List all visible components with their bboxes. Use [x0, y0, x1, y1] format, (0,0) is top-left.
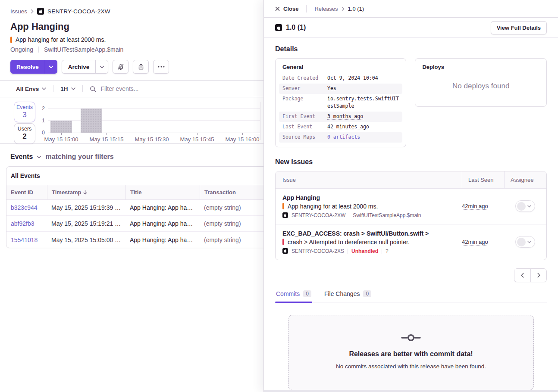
column-issue: Issue: [276, 171, 462, 188]
assignee-dropdown[interactable]: [515, 236, 535, 248]
events-stat-card[interactable]: Events 3: [14, 102, 35, 122]
releases-breadcrumb-link[interactable]: Releases: [314, 6, 338, 12]
question-tag: ?: [386, 248, 389, 254]
column-assignee: Assignee: [504, 171, 546, 188]
events-heading-suffix: matching your filters: [45, 153, 113, 161]
divider: [82, 85, 83, 92]
ellipsis-icon: [158, 66, 165, 68]
share-button[interactable]: [133, 60, 149, 74]
breadcrumb-issues-link[interactable]: Issues: [10, 8, 27, 15]
events-stat-value: 3: [14, 111, 35, 119]
issue-culprit: SwiftUITestSampleApp.$main: [44, 46, 123, 53]
event-timestamp: May 15, 2025 15:19:39 EDT: [47, 204, 125, 211]
drawer-close-button[interactable]: Close: [275, 6, 298, 12]
assignee-dropdown[interactable]: [515, 200, 535, 212]
kv-row: First Event 3 months ago: [279, 112, 402, 122]
apple-platform-icon: [282, 248, 288, 254]
event-id-link[interactable]: 15541018: [6, 236, 47, 243]
event-id-link[interactable]: b323c944: [6, 204, 47, 211]
more-actions-button[interactable]: [153, 60, 169, 74]
archive-button[interactable]: Archive: [62, 60, 96, 73]
x-axis-tick-label: May 15 15:00: [38, 136, 85, 143]
kv-key: Last Event: [282, 123, 327, 131]
kv-key: Source Maps: [282, 134, 327, 141]
deploys-card: Deploys No deploys found: [415, 58, 547, 107]
apple-platform-icon: [275, 24, 282, 31]
level-indicator-error: [282, 239, 284, 245]
kv-value: Oct 9, 2024 10:04: [327, 75, 399, 82]
chevron-left-icon: [521, 273, 524, 278]
unhandled-tag: Unhandled: [351, 248, 378, 254]
tab-file-changes[interactable]: File Changes 0: [323, 288, 372, 302]
next-page-button[interactable]: [530, 269, 546, 282]
filter-events-input[interactable]: [100, 85, 229, 93]
sort-desc-icon: [83, 190, 87, 195]
drawer-scrollbar-track[interactable]: [264, 390, 558, 392]
x-axis-tick-label: May 15 15:45: [173, 136, 221, 143]
resolve-button[interactable]: Resolve: [10, 60, 45, 74]
kv-row: Source Maps 0 artifacts: [279, 132, 402, 143]
chevron-right-icon: [342, 6, 345, 11]
kv-key: Package: [282, 95, 327, 111]
issue-project-id: SENTRY-COCOA-2XW: [292, 212, 345, 218]
chevron-down-icon: [527, 205, 531, 208]
resolve-dropdown-button[interactable]: [45, 60, 57, 74]
divider: [349, 213, 349, 218]
graph-panel-right-border: [260, 102, 260, 140]
chevron-down-icon: [100, 65, 104, 68]
events-chart-plot[interactable]: [48, 106, 260, 133]
chart-bar: [50, 121, 72, 133]
time-period-label: 1H: [60, 86, 68, 92]
column-timestamp[interactable]: Timestamp: [47, 185, 125, 199]
archive-dropdown-button[interactable]: [95, 60, 108, 73]
events-heading-dropdown[interactable]: Events: [10, 153, 33, 161]
chevron-right-icon: [31, 9, 34, 14]
chevron-down-icon: [42, 87, 46, 90]
deploys-empty-text: No deploys found: [422, 82, 539, 90]
kv-row: Package io.sentry.tests.SwiftUITestSampl…: [279, 94, 402, 112]
source-maps-artifacts-link[interactable]: 0 artifacts: [327, 134, 360, 140]
column-event-id[interactable]: Event ID: [6, 185, 47, 199]
kv-key: Semver: [282, 85, 327, 93]
event-timestamp: May 15, 2025 15:19:21 EDT: [47, 220, 125, 227]
issues-pagination: [275, 268, 547, 282]
issue-message: App hanging for at least 2000 ms.: [288, 203, 378, 210]
commits-empty-state: Releases are better with commit data! No…: [288, 315, 534, 390]
issue-title-link[interactable]: App Hanging: [282, 194, 455, 201]
column-title[interactable]: Title: [125, 185, 200, 199]
issue-row-main: App Hanging App hanging for at least 200…: [276, 189, 462, 224]
kv-row: Date Created Oct 9, 2024 10:04: [279, 73, 402, 84]
first-event-relative-time: 3 months ago: [327, 113, 363, 120]
issue-row[interactable]: App Hanging App hanging for at least 200…: [276, 188, 546, 224]
users-stat-card[interactable]: Users 2: [14, 123, 35, 144]
users-stat-value: 2: [14, 132, 35, 141]
time-period-filter[interactable]: 1H: [60, 86, 75, 92]
event-id-link[interactable]: abf92fb3: [6, 220, 47, 227]
avatar: [517, 238, 526, 246]
new-issues-table-header: Issue Last Seen Assignee: [276, 171, 546, 188]
view-full-details-button[interactable]: View Full Details: [491, 21, 547, 34]
commit-icon-wrap: [297, 333, 525, 343]
drawer-body: Details General Date Created Oct 9, 2024…: [264, 38, 558, 390]
mute-button[interactable]: [113, 60, 129, 74]
divider: [53, 85, 53, 92]
tab-commits[interactable]: Commits 0: [275, 288, 312, 302]
search-icon: [90, 86, 96, 92]
issue-title-link[interactable]: EXC_BAD_ACCESS: crash > SwiftUI/Button.s…: [282, 230, 455, 237]
commits-empty-title: Releases are better with commit data!: [297, 350, 525, 358]
kv-value: 3 months ago: [327, 113, 399, 121]
tab-commits-label: Commits: [276, 290, 300, 297]
issue-last-seen: 42min ago: [462, 239, 504, 245]
kv-key: Date Created: [282, 75, 327, 82]
previous-page-button[interactable]: [514, 269, 530, 282]
x-axis-tick-label: May 15 15:30: [128, 136, 176, 143]
divider: [382, 249, 382, 254]
event-title: App Hanging: App hangin…: [125, 204, 200, 211]
environment-filter[interactable]: All Envs: [16, 86, 46, 92]
divider: [348, 249, 348, 254]
kv-value: Yes: [327, 85, 399, 93]
chevron-down-icon: [37, 156, 41, 159]
environment-filter-label: All Envs: [16, 86, 39, 92]
drawer-titlebar: 1.0 (1) View Full Details: [264, 18, 558, 38]
issue-row[interactable]: EXC_BAD_ACCESS: crash > SwiftUI/Button.s…: [276, 224, 546, 260]
